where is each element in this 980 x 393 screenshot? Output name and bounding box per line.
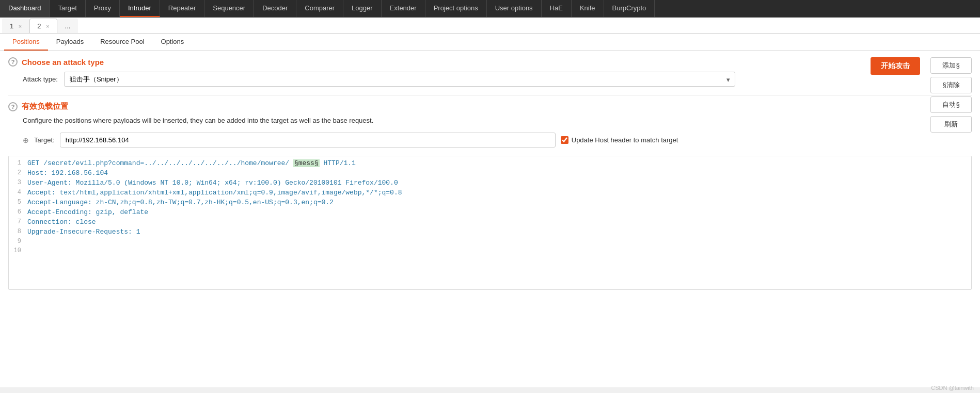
line-content-6: Accept-Encoding: gzip, deflate — [27, 208, 148, 216]
nav-logger[interactable]: Logger — [343, 0, 381, 17]
line-num-9: 9 — [9, 238, 27, 245]
section2-title: 有效负载位置 — [22, 102, 68, 111]
clear-payload-button[interactable]: §清除 — [930, 77, 972, 93]
sub-tab-options[interactable]: Options — [153, 34, 193, 51]
sub-tab-resource-pool[interactable]: Resource Pool — [92, 34, 152, 51]
line-num-1: 1 — [9, 159, 27, 167]
action-buttons: 添加§ §清除 自动§ 刷新 — [930, 57, 972, 133]
update-host-header-row: Update Host header to match target — [561, 136, 678, 144]
nav-comparer[interactable]: Comparer — [296, 0, 343, 17]
nav-proxy[interactable]: Proxy — [86, 0, 120, 17]
refresh-button[interactable]: 刷新 — [930, 116, 972, 133]
nav-dashboard[interactable]: Dashboard — [0, 0, 50, 17]
line-num-4: 4 — [9, 189, 27, 196]
attack-type-row: Attack type: 狙击手（Sniper） 攻城锤（Battering r… — [23, 72, 972, 87]
nav-decoder[interactable]: Decoder — [254, 0, 296, 17]
line-num-2: 2 — [9, 169, 27, 176]
nav-repeater[interactable]: Repeater — [160, 0, 204, 17]
tab-more[interactable]: ... — [57, 19, 78, 33]
start-attack-button[interactable]: 开始攻击 — [871, 57, 920, 75]
update-host-header-checkbox[interactable] — [561, 136, 568, 144]
nav-user-options[interactable]: User options — [487, 0, 542, 17]
code-line-7: 7 Connection: close — [9, 217, 971, 227]
code-line-8: 8 Upgrade-Insecure-Requests: 1 — [9, 227, 971, 237]
line-num-6: 6 — [9, 208, 27, 216]
tab-bar: 1 × 2 × ... — [0, 18, 980, 34]
auto-payload-button[interactable]: 自动§ — [930, 96, 972, 113]
close-tab-2[interactable]: × — [46, 23, 49, 29]
line-num-8: 8 — [9, 228, 27, 235]
line-content-8: Upgrade-Insecure-Requests: 1 — [27, 228, 140, 236]
line-num-7: 7 — [9, 218, 27, 225]
add-payload-button[interactable]: 添加§ — [930, 57, 972, 74]
nav-target[interactable]: Target — [50, 0, 86, 17]
update-host-header-label: Update Host header to match target — [572, 136, 678, 144]
target-input[interactable] — [60, 133, 556, 148]
watermark: CSDN @tainwith — [931, 385, 974, 387]
sub-tab-positions[interactable]: Positions — [4, 34, 48, 51]
code-line-6: 6 Accept-Encoding: gzip, deflate — [9, 207, 971, 217]
nav-project-options[interactable]: Project options — [425, 0, 487, 17]
close-tab-1[interactable]: × — [19, 23, 22, 29]
code-line-5: 5 Accept-Language: zh-CN,zh;q=0.8,zh-TW;… — [9, 198, 971, 207]
nav-knife[interactable]: Knife — [572, 0, 604, 17]
line-content-4: Accept: text/html,application/xhtml+xml,… — [27, 189, 402, 196]
code-line-1: 1 GET /secret/evil.php?command=../../../… — [9, 158, 971, 168]
target-crosshair-icon: ⊕ — [23, 136, 29, 144]
line-content-5: Accept-Language: zh-CN,zh;q=0.8,zh-TW;q=… — [27, 199, 334, 206]
nav-sequencer[interactable]: Sequencer — [204, 0, 254, 17]
target-label: Target: — [34, 136, 55, 144]
sub-tab-bar: Positions Payloads Resource Pool Options — [0, 34, 980, 51]
section1-heading: ? Choose an attack type — [8, 57, 972, 67]
line-content-1: GET /secret/evil.php?command=../../../..… — [27, 159, 356, 167]
top-nav: Dashboard Target Proxy Intruder Repeater… — [0, 0, 980, 18]
code-line-2: 2 Host: 192.168.56.104 — [9, 168, 971, 178]
line-content-3: User-Agent: Mozilla/5.0 (Windows NT 10.0… — [27, 179, 398, 187]
section2-description: Configure the positions where payloads w… — [23, 117, 972, 124]
line-content-2: Host: 192.168.56.104 — [27, 169, 108, 177]
line-content-7: Connection: close — [27, 218, 96, 226]
code-editor[interactable]: 1 GET /secret/evil.php?command=../../../… — [8, 156, 972, 290]
section2-heading: ? 有效负载位置 — [8, 102, 972, 111]
nav-hae[interactable]: HaE — [542, 0, 572, 17]
code-line-10: 10 — [9, 246, 971, 255]
line-num-10: 10 — [9, 247, 27, 254]
line-num-5: 5 — [9, 199, 27, 206]
tab-1[interactable]: 1 × — [2, 19, 29, 33]
nav-burpcrypto[interactable]: BurpCrypto — [604, 0, 655, 17]
payload-marker-1: §mess§ — [293, 159, 320, 167]
attack-type-select[interactable]: 狙击手（Sniper） 攻城锤（Battering ram） 音叉（Pitchf… — [64, 72, 735, 87]
main-content: 开始攻击 ? Choose an attack type Attack type… — [0, 51, 980, 387]
help-icon-2[interactable]: ? — [8, 102, 18, 111]
code-line-3: 3 User-Agent: Mozilla/5.0 (Windows NT 10… — [9, 178, 971, 188]
attack-type-wrapper: 狙击手（Sniper） 攻城锤（Battering ram） 音叉（Pitchf… — [64, 72, 735, 87]
attack-type-label: Attack type: — [23, 75, 58, 83]
divider-1 — [8, 95, 972, 95]
nav-extender[interactable]: Extender — [382, 0, 425, 17]
section1-title: Choose an attack type — [22, 58, 104, 67]
line-num-3: 3 — [9, 179, 27, 186]
code-line-4: 4 Accept: text/html,application/xhtml+xm… — [9, 188, 971, 198]
sub-tab-payloads[interactable]: Payloads — [48, 34, 92, 51]
target-row: ⊕ Target: Update Host header to match ta… — [23, 133, 972, 148]
help-icon-1[interactable]: ? — [8, 57, 18, 67]
nav-intruder[interactable]: Intruder — [120, 0, 160, 17]
tab-2[interactable]: 2 × — [29, 19, 57, 33]
code-line-9: 9 — [9, 237, 971, 246]
